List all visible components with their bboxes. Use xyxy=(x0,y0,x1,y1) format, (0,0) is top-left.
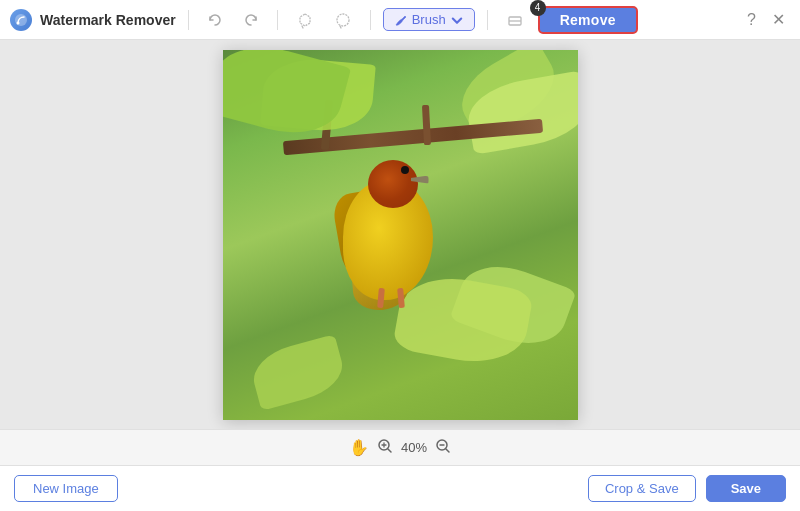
branch-small-2 xyxy=(421,104,430,144)
close-button[interactable]: ✕ xyxy=(767,8,790,31)
bird-foot-2 xyxy=(397,287,405,307)
zoom-percent: 40% xyxy=(401,440,427,455)
separator-2 xyxy=(277,10,278,30)
title-bar-left: Watermark Remover xyxy=(10,6,638,34)
image-canvas xyxy=(223,50,578,420)
bird-scene xyxy=(223,50,578,420)
new-image-button[interactable]: New Image xyxy=(14,475,118,502)
separator-3 xyxy=(370,10,371,30)
bottom-right: Crop & Save Save xyxy=(588,475,786,502)
svg-point-1 xyxy=(17,21,20,24)
crop-save-button[interactable]: Crop & Save xyxy=(588,475,696,502)
brush-button[interactable]: Brush xyxy=(383,8,475,31)
fg-leaf-1 xyxy=(223,50,351,145)
bird-eye xyxy=(401,166,409,174)
hand-tool-icon[interactable]: ✋ xyxy=(349,438,369,457)
bottom-bar: New Image Crop & Save Save xyxy=(0,465,800,511)
erase-button[interactable] xyxy=(500,7,530,33)
bg-leaf-4 xyxy=(247,334,348,410)
title-bar-controls: ? ✕ xyxy=(742,8,790,31)
brush-label: Brush xyxy=(412,12,446,27)
svg-point-2 xyxy=(337,14,349,26)
notification-badge: 4 xyxy=(530,0,546,16)
zoom-bar: ✋ 40% xyxy=(0,429,800,465)
remove-button[interactable]: Remove xyxy=(538,6,638,34)
separator-1 xyxy=(188,10,189,30)
zoom-in-icon[interactable] xyxy=(377,438,393,458)
app-title: Watermark Remover xyxy=(40,12,176,28)
separator-4 xyxy=(487,10,488,30)
save-button[interactable]: Save xyxy=(706,475,786,502)
zoom-out-icon[interactable] xyxy=(435,438,451,458)
bird-foot-1 xyxy=(377,287,385,307)
remove-badge-container: 4 Remove xyxy=(538,6,638,34)
bird-head xyxy=(368,160,418,208)
lasso-button[interactable] xyxy=(290,7,320,33)
app-logo xyxy=(10,9,32,31)
redo-button[interactable] xyxy=(237,8,265,32)
main-canvas-area xyxy=(0,40,800,429)
title-bar: Watermark Remover xyxy=(0,0,800,40)
svg-point-0 xyxy=(15,14,27,26)
help-button[interactable]: ? xyxy=(742,9,761,31)
lasso-circle-button[interactable] xyxy=(328,7,358,33)
undo-button[interactable] xyxy=(201,8,229,32)
image-container xyxy=(223,50,578,420)
